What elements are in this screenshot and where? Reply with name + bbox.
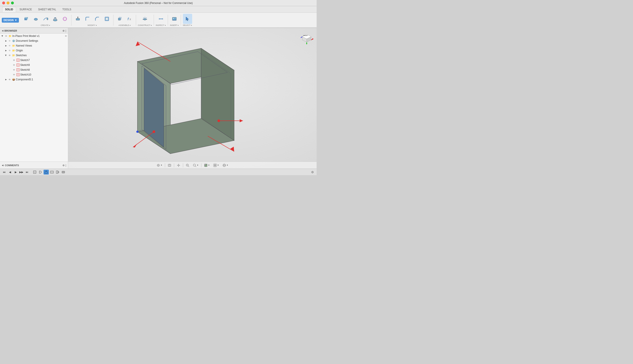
comments-collapse-icon[interactable]: | [66,164,66,167]
maximize-button[interactable] [11,2,14,4]
timeline-icon-6[interactable] [61,170,66,174]
timeline-play-btn[interactable]: ▶ [13,170,18,174]
timeline-first-btn[interactable]: ⏮ [2,170,7,174]
tree-item-sketch9[interactable]: ▶ 👁 Sketch9 [0,62,68,68]
svg-rect-12 [76,18,80,20]
construct-offset-plane-btn[interactable] [140,14,149,24]
sketch7-visibility-icon[interactable]: 👁 [12,58,16,62]
inspect-label[interactable]: INSPECT ▼ [156,24,166,26]
timeline-icon-4[interactable] [49,170,55,174]
construct-label[interactable]: CONSTRUCT ▼ [138,24,152,26]
sketch8-visibility-icon[interactable]: 👁 [12,68,16,72]
sketch9-visibility-icon[interactable]: 👁 [12,63,16,67]
view-cube[interactable]: FRONT [299,30,314,46]
modify-chamfer-btn[interactable] [93,14,102,24]
select-arrow-icon: ▼ [191,24,192,26]
zoom-fit-btn[interactable] [184,163,191,168]
comments-add-icon[interactable]: ⊕ [62,164,65,167]
svg-marker-72 [306,43,307,44]
sweep-icon [43,16,48,22]
zoom-btn[interactable]: ▼ [191,163,200,168]
timeline-icon-5[interactable] [55,170,60,174]
doc-settings-folder-icon: ⚙️ [12,39,15,42]
create-label[interactable]: CREATE ▼ [41,24,50,26]
sep-3 [136,15,136,26]
create-sweep-btn[interactable] [41,14,50,24]
create-primitives-btn[interactable] [60,14,70,24]
close-button[interactable] [2,2,5,4]
timeline-last-btn[interactable]: ⏭ [25,170,30,174]
svg-point-10 [63,17,67,21]
environment-arrow-icon: ▼ [227,164,228,166]
timeline-gear-icon[interactable]: ⚙ [310,170,315,174]
display-mode-btn[interactable]: ▼ [203,163,211,168]
capture-image-btn[interactable] [166,163,173,168]
doc-settings-expand-icon: ▶ [5,39,8,42]
modify-press-pull-btn[interactable] [73,14,82,24]
create-loft-btn[interactable] [51,14,60,24]
modify-fillet-btn[interactable] [83,14,92,24]
browser-collapse-icon[interactable]: | [66,29,66,32]
tree-root-item[interactable]: ▶ 👁 📁 In-Place Print Model v1 👁 [0,34,68,38]
window-title: Autodesk Fusion 360 (Personal – Not for … [124,2,193,4]
root-visibility-icon[interactable]: 👁 [5,34,8,38]
primitives-icon [62,16,68,22]
insert-label[interactable]: INSERT ▼ [170,24,179,26]
svg-marker-103 [46,171,47,172]
viewport[interactable]: FRONT ▼ [68,28,317,168]
timeline-icon-1[interactable] [32,170,37,174]
tree-item-sketches[interactable]: ▶ 👁 📁 Sketches [0,53,68,58]
tree-item-sketch10[interactable]: ▶ 👁 Sketch10 [0,72,68,77]
select-label[interactable]: SELECT ▼ [183,24,192,26]
tab-solid[interactable]: SOLID [2,7,16,12]
sketches-visibility-icon[interactable]: 👁 [8,54,12,57]
svg-point-66 [218,120,220,122]
tree-item-sketch8[interactable]: ▶ 👁 Sketch8 [0,68,68,72]
modify-label[interactable]: MODIFY ▼ [88,24,97,26]
grid-snap-btn[interactable]: ▼ [155,163,164,168]
pan-btn[interactable] [175,163,182,168]
minimize-button[interactable] [7,2,10,4]
browser-settings-icon[interactable]: ⊕ [62,29,65,32]
named-views-visibility-icon[interactable]: 👁 [8,44,12,48]
timeline-icon-2[interactable] [38,170,43,174]
environment-btn[interactable]: ▼ [221,163,230,168]
origin-visibility-icon[interactable]: 👁 [8,49,12,52]
timeline-icon-3[interactable] [44,170,49,174]
tab-surface[interactable]: SURFACE [17,7,35,12]
tree-component5-label: Component5:1 [16,78,67,81]
svg-marker-83 [178,166,179,167]
insert-image-btn[interactable] [170,14,179,24]
svg-text:x: x [129,17,131,21]
tab-sheet-metal[interactable]: SHEET METAL [35,7,59,12]
visual-style-arrow-icon: ▼ [217,164,219,166]
root-expand-arrow-icon: ▶ [1,34,4,38]
select-cursor-btn[interactable] [183,14,192,24]
assemble-fx-btn[interactable]: f x [125,14,134,24]
sketch10-visibility-icon[interactable]: 👁 [12,73,16,76]
design-dropdown[interactable]: DESIGN ▼ [2,18,19,22]
shell-icon [104,16,110,22]
viewport-bottom-toolbar: ▼ [68,162,317,168]
timeline-next-btn[interactable]: ▶▶ [19,170,24,174]
tree-sketch10-label: Sketch10 [20,73,67,76]
tab-tools[interactable]: TOOLS [60,7,74,12]
svg-marker-57 [136,42,140,46]
svg-point-5 [47,18,48,20]
display-arrow-icon: ▼ [208,164,210,166]
timeline-prev-btn[interactable]: ◀ [8,170,12,174]
inspect-measure-btn[interactable] [156,14,165,24]
create-extrude-btn[interactable] [22,14,31,24]
tree-item-component5[interactable]: ▶ 👁 📦 Component5:1 [0,77,68,82]
assemble-new-component-btn[interactable]: + [115,14,124,24]
visual-style-btn[interactable]: ▼ [212,163,220,168]
tree-item-named-views[interactable]: ▶ 👁 📁 Named Views [0,43,68,48]
tree-item-document-settings[interactable]: ▶ 👁 ⚙️ Document Settings [0,38,68,43]
assemble-label[interactable]: ASSEMBLE ▼ [118,24,131,26]
component5-visibility-icon[interactable]: 👁 [8,78,12,81]
create-revolve-btn[interactable] [31,14,41,24]
tree-item-sketch7[interactable]: ▶ 👁 Sketch7 [0,58,68,62]
doc-settings-visibility-icon[interactable]: 👁 [8,39,12,42]
modify-shell-btn[interactable] [102,14,111,24]
tree-item-origin[interactable]: ▶ 👁 📁 Origin [0,48,68,53]
